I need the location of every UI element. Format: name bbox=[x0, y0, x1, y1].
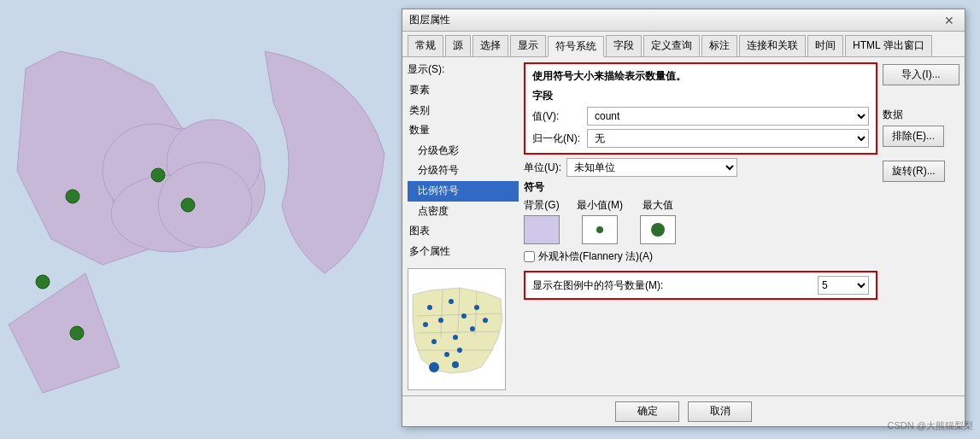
tab-symbol-system[interactable]: 符号系统 bbox=[548, 36, 604, 57]
tab-label[interactable]: 标注 bbox=[701, 35, 737, 56]
sidebar-item-quantity[interactable]: 数量 bbox=[408, 120, 519, 141]
svg-point-29 bbox=[444, 352, 449, 357]
right-panel: 导入(I)... 数据 排除(E)... 旋转(R)... bbox=[883, 62, 959, 390]
max-symbol-dot bbox=[651, 223, 665, 237]
ok-button[interactable]: 确定 bbox=[615, 401, 679, 422]
normalize-label: 归一化(N): bbox=[532, 132, 584, 146]
unit-row: 单位(U): 未知单位 bbox=[524, 158, 877, 177]
sidebar-item-category[interactable]: 类别 bbox=[408, 101, 519, 121]
tab-general[interactable]: 常规 bbox=[408, 35, 443, 56]
map-canvas bbox=[0, 0, 402, 439]
svg-point-24 bbox=[453, 335, 458, 340]
close-button[interactable]: ✕ bbox=[941, 14, 958, 27]
legend-count-select[interactable]: 5 3 4 6 7 bbox=[818, 276, 869, 295]
value-row: 值(V): count bbox=[532, 107, 869, 126]
symbol-min-col: 最小值(M) bbox=[577, 198, 623, 244]
svg-point-30 bbox=[423, 322, 428, 327]
unit-select[interactable]: 未知单位 bbox=[566, 158, 737, 177]
value-select-wrapper: count bbox=[587, 107, 869, 126]
field-section: 使用符号大小来描绘表示数量值。 字段 值(V): count bbox=[524, 62, 877, 155]
svg-point-20 bbox=[427, 305, 432, 310]
min-symbol-box[interactable] bbox=[582, 215, 618, 244]
svg-point-28 bbox=[483, 318, 488, 323]
min-symbol-dot bbox=[596, 226, 603, 233]
field-column: 字段 值(V): count 归一化(N): bbox=[532, 89, 869, 148]
min-label: 最小值(M) bbox=[577, 198, 623, 213]
tab-source[interactable]: 源 bbox=[445, 35, 471, 56]
rotate-button[interactable]: 旋转(R)... bbox=[883, 161, 945, 182]
field-row-outer: 字段 值(V): count 归一化(N): bbox=[532, 89, 869, 148]
svg-point-22 bbox=[438, 318, 443, 323]
value-select[interactable]: count bbox=[587, 107, 869, 126]
svg-point-8 bbox=[66, 190, 79, 203]
sidebar-item-graduated-color[interactable]: 分级色彩 bbox=[408, 141, 519, 161]
symbol-bg-col: 背景(G) bbox=[524, 198, 560, 244]
canvas-area bbox=[0, 0, 402, 439]
sidebar-label: 显示(S): bbox=[408, 62, 519, 77]
svg-point-33 bbox=[452, 361, 459, 368]
cancel-button[interactable]: 取消 bbox=[688, 401, 752, 422]
normalize-row: 归一化(N): 无 bbox=[532, 129, 869, 148]
bg-symbol-box[interactable] bbox=[524, 215, 560, 244]
flannery-row: 外观补偿(Flannery 法)(A) bbox=[524, 249, 877, 264]
sidebar-item-dot-density[interactable]: 点密度 bbox=[408, 202, 519, 222]
tab-join-relate[interactable]: 连接和关联 bbox=[739, 35, 806, 56]
svg-point-23 bbox=[461, 313, 467, 319]
tab-time[interactable]: 时间 bbox=[807, 35, 843, 56]
unit-label: 单位(U): bbox=[524, 161, 561, 175]
preview-map bbox=[408, 268, 506, 390]
tab-define-query[interactable]: 定义查询 bbox=[643, 35, 700, 56]
max-symbol-box[interactable] bbox=[640, 215, 676, 244]
flannery-label: 外观补偿(Flannery 法)(A) bbox=[538, 249, 653, 264]
svg-point-11 bbox=[181, 198, 195, 212]
exclude-button[interactable]: 排除(E)... bbox=[883, 126, 944, 147]
dialog-footer: 确定 取消 bbox=[402, 395, 965, 426]
flannery-checkbox[interactable] bbox=[524, 251, 535, 262]
svg-point-27 bbox=[470, 326, 475, 331]
tab-display[interactable]: 显示 bbox=[510, 35, 546, 56]
rotate-section: 旋转(R)... bbox=[883, 161, 959, 182]
preview-svg bbox=[408, 269, 506, 390]
dialog-title: 图层属性 bbox=[409, 13, 450, 27]
normalize-select[interactable]: 无 bbox=[587, 129, 869, 148]
data-section-right: 数据 排除(E)... bbox=[883, 108, 959, 147]
symbol-max-col: 最大值 bbox=[640, 198, 676, 244]
data-label: 数据 bbox=[883, 108, 959, 122]
legend-row: 显示在图例中的符号数量(M): 5 3 4 6 7 bbox=[524, 271, 877, 300]
svg-point-6 bbox=[158, 162, 252, 248]
symbol-section: 符号 背景(G) 最小值(M) 最大值 bbox=[524, 180, 877, 244]
max-label: 最大值 bbox=[643, 198, 673, 213]
main-content: 使用符号大小来描绘表示数量值。 字段 值(V): count bbox=[524, 62, 877, 390]
svg-point-25 bbox=[474, 305, 479, 310]
symbol-row: 背景(G) 最小值(M) 最大值 bbox=[524, 198, 877, 244]
bg-label: 背景(G) bbox=[524, 198, 559, 213]
sidebar-item-feature[interactable]: 要素 bbox=[408, 80, 519, 101]
field-header: 字段 bbox=[532, 89, 869, 103]
svg-point-26 bbox=[431, 339, 437, 344]
svg-point-31 bbox=[457, 348, 462, 353]
tabs-bar: 常规 源 选择 显示 符号系统 字段 定义查询 标注 连接和关联 时间 HTML… bbox=[402, 32, 965, 57]
sidebar-item-proportional-symbol[interactable]: 比例符号 bbox=[408, 181, 519, 202]
legend-label: 显示在图例中的符号数量(M): bbox=[532, 278, 813, 293]
dialog-titlebar: 图层属性 ✕ bbox=[402, 9, 965, 32]
section-title: 使用符号大小来描绘表示数量值。 bbox=[532, 69, 869, 84]
unit-select-wrapper: 未知单位 bbox=[566, 158, 877, 177]
sidebar-item-multiple-attrs[interactable]: 多个属性 bbox=[408, 242, 519, 262]
watermark: CSDN @大熊猫梨梨 bbox=[888, 419, 973, 432]
symbol-label: 符号 bbox=[524, 180, 877, 195]
sidebar-item-chart[interactable]: 图表 bbox=[408, 221, 519, 242]
tab-html-popup[interactable]: HTML 弹出窗口 bbox=[845, 35, 932, 56]
svg-point-12 bbox=[70, 326, 84, 340]
svg-point-9 bbox=[36, 275, 50, 289]
tab-field[interactable]: 字段 bbox=[606, 35, 642, 56]
svg-point-32 bbox=[429, 362, 439, 372]
normalize-select-wrapper: 无 bbox=[587, 129, 869, 148]
import-button[interactable]: 导入(I)... bbox=[883, 64, 959, 85]
layer-properties-dialog: 图层属性 ✕ 常规 源 选择 显示 符号系统 字段 定义查询 标注 连接和关联 … bbox=[402, 9, 965, 427]
svg-point-21 bbox=[449, 299, 454, 304]
value-label: 值(V): bbox=[532, 109, 584, 124]
sidebar: 显示(S): 要素 类别 数量 分级色彩 分级符号 比例符号 点密度 图表 多个… bbox=[408, 62, 519, 390]
sidebar-item-graduated-symbol[interactable]: 分级符号 bbox=[408, 161, 519, 181]
sidebar-tree: 要素 类别 数量 分级色彩 分级符号 比例符号 点密度 图表 多个属性 bbox=[408, 80, 519, 261]
tab-select[interactable]: 选择 bbox=[472, 35, 508, 56]
